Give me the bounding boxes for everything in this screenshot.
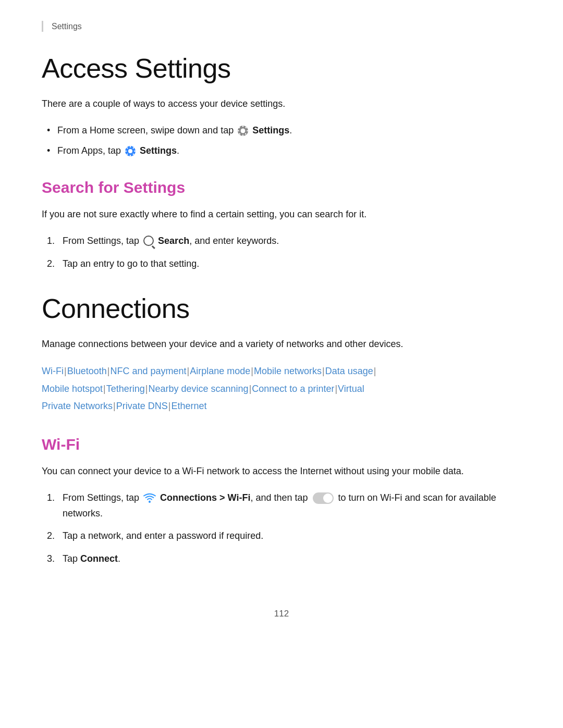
sep-8: |	[145, 384, 148, 394]
step-1-after: , and enter keywords.	[189, 236, 279, 246]
svg-point-1	[241, 129, 246, 133]
gear-gray-icon	[237, 125, 249, 137]
svg-point-11	[128, 149, 132, 153]
wifi-step-2-num: 2.	[47, 528, 55, 544]
svg-rect-4	[238, 130, 239, 131]
sep-6: |	[374, 366, 376, 376]
svg-point-20	[149, 501, 151, 503]
link-connect-printer[interactable]: Connect to a printer	[252, 384, 334, 394]
search-intro: If you are not sure exactly where to fin…	[42, 207, 521, 222]
wifi-step-3: 3. Tap Connect.	[47, 551, 521, 567]
link-data-usage[interactable]: Data usage	[325, 366, 373, 376]
sep-10: |	[335, 384, 337, 394]
step-2-num: 2.	[47, 256, 55, 272]
wifi-subtitle: Wi-Fi	[42, 436, 521, 453]
wifi-step-3-num: 3.	[47, 551, 55, 567]
gear-blue-icon	[125, 145, 136, 157]
svg-rect-12	[130, 146, 131, 147]
wifi-step-1-num: 1.	[47, 490, 55, 506]
toggle-icon	[313, 492, 334, 504]
access-bullets-list: From a Home screen, swipe down and tap S…	[42, 123, 521, 158]
svg-rect-3	[242, 134, 243, 136]
sep-1: |	[64, 366, 67, 376]
wifi-steps-list: 1. From Settings, tap Connections > Wi‑F…	[42, 490, 521, 567]
sep-9: |	[249, 384, 252, 394]
wifi-step-1-before: From Settings, tap	[63, 492, 142, 503]
access-bullet-1: From a Home screen, swipe down and tap S…	[47, 123, 521, 138]
link-tethering[interactable]: Tethering	[106, 384, 145, 394]
link-private-dns[interactable]: Private DNS	[116, 401, 168, 411]
breadcrumb: Settings	[42, 21, 521, 32]
sep-12: |	[168, 401, 171, 411]
search-steps-list: 1. From Settings, tap Search, and enter …	[42, 233, 521, 272]
step-1-num: 1.	[47, 233, 55, 249]
sep-7: |	[103, 384, 106, 394]
wifi-section: Wi-Fi You can connect your device to a W…	[42, 436, 521, 567]
link-vpn[interactable]: Virtual	[338, 384, 364, 394]
sep-4: |	[251, 366, 253, 376]
connections-title: Connections	[42, 293, 521, 324]
svg-rect-5	[247, 130, 248, 131]
bullet-2-text-before: From Apps, tap	[57, 145, 124, 156]
breadcrumb-text: Settings	[52, 22, 82, 31]
sep-5: |	[322, 366, 325, 376]
access-settings-section: Access Settings There are a couple of wa…	[42, 53, 521, 158]
step-1-before: From Settings, tap	[63, 236, 139, 246]
link-vpn-cont[interactable]: Private Networks	[42, 401, 113, 411]
bullet-2-period: .	[177, 145, 179, 156]
connections-links-area: Wi-Fi|Bluetooth|NFC and payment|Airplane…	[42, 363, 521, 415]
page-footer: 112	[42, 609, 521, 619]
access-intro: There are a couple of ways to access you…	[42, 96, 521, 112]
page-title: Access Settings	[42, 53, 521, 84]
svg-rect-15	[134, 151, 136, 152]
link-mobile-networks[interactable]: Mobile networks	[254, 366, 322, 376]
wifi-step-1-mid: , and then tap	[250, 492, 310, 503]
link-nearby-scanning[interactable]: Nearby device scanning	[149, 384, 249, 394]
svg-rect-13	[130, 155, 131, 156]
connections-section: Connections Manage connections between y…	[42, 293, 521, 415]
svg-rect-14	[125, 151, 127, 152]
wifi-step-2: 2. Tap a network, and enter a password i…	[47, 528, 521, 544]
step-2-text: Tap an entry to go to that setting.	[63, 258, 199, 269]
search-subtitle: Search for Settings	[42, 179, 521, 196]
wifi-step-3-bold: Connect	[80, 553, 118, 564]
page-number: 112	[274, 609, 289, 619]
connections-wifi-icon	[143, 492, 156, 504]
bullet-1-bold: Settings	[252, 125, 289, 135]
sep-11: |	[113, 401, 116, 411]
link-ethernet[interactable]: Ethernet	[171, 401, 206, 411]
connections-intro: Manage connections between your device a…	[42, 337, 521, 352]
search-step-2: 2. Tap an entry to go to that setting.	[47, 256, 521, 272]
access-bullet-2: From Apps, tap Settings.	[47, 143, 521, 158]
link-wifi[interactable]: Wi-Fi	[42, 366, 64, 376]
link-mobile-hotspot[interactable]: Mobile hotspot	[42, 384, 103, 394]
link-nfc[interactable]: NFC and payment	[110, 366, 186, 376]
link-airplane[interactable]: Airplane mode	[190, 366, 250, 376]
sep-2: |	[107, 366, 110, 376]
bullet-1-period: .	[289, 125, 292, 135]
wifi-step-1-connections: Connections > Wi‑Fi	[160, 492, 250, 503]
svg-rect-2	[242, 126, 243, 127]
sep-3: |	[187, 366, 190, 376]
link-bluetooth[interactable]: Bluetooth	[67, 366, 107, 376]
wifi-step-2-text: Tap a network, and enter a password if r…	[63, 530, 263, 541]
wifi-step-3-before: Tap	[63, 553, 80, 564]
wifi-step-1: 1. From Settings, tap Connections > Wi‑F…	[47, 490, 521, 521]
wifi-intro: You can connect your device to a Wi-Fi n…	[42, 464, 521, 479]
bullet-1-text-before: From a Home screen, swipe down and tap	[57, 125, 236, 135]
search-settings-section: Search for Settings If you are not sure …	[42, 179, 521, 272]
search-icon	[143, 236, 154, 246]
search-step-1: 1. From Settings, tap Search, and enter …	[47, 233, 521, 249]
step-1-bold: Search	[158, 236, 189, 246]
bullet-2-bold: Settings	[140, 145, 177, 156]
wifi-step-3-after: .	[118, 553, 120, 564]
